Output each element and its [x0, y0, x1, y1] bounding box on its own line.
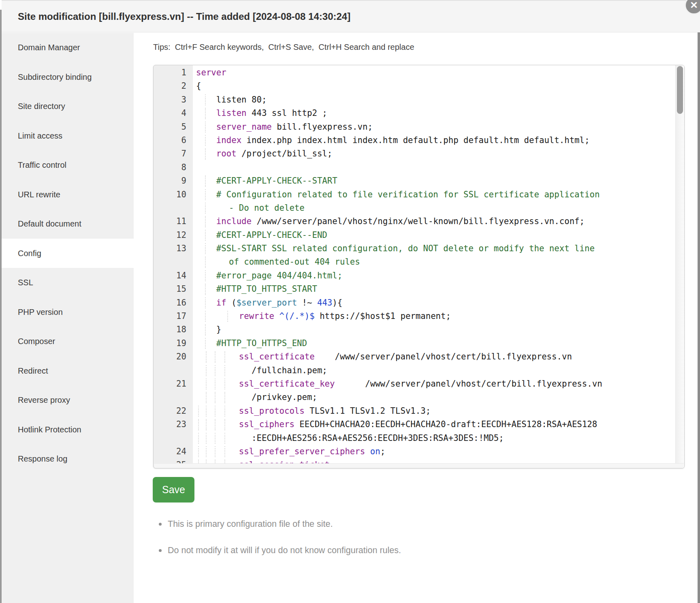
- indent-guide: [205, 297, 206, 308]
- code-line: 20ssl_certificate /www/server/panel/vhos…: [154, 350, 684, 364]
- code-line: /privkey.pem;: [154, 391, 684, 404]
- sidebar-item-php-version[interactable]: PHP version: [2, 297, 134, 327]
- indent-guide: [224, 419, 225, 430]
- code-line: 3listen 80;: [154, 93, 684, 107]
- code-line-content: {: [196, 79, 684, 93]
- line-number: 18: [154, 323, 193, 336]
- code-text: - Do not delete: [196, 201, 305, 215]
- indent-guide: [205, 311, 206, 322]
- line-number: 9: [154, 174, 193, 188]
- line-number: [154, 201, 193, 215]
- code-text: :EECDH+AES256:RSA+AES256:EECDH+3DES:RSA+…: [196, 432, 504, 445]
- indent-guide: [198, 433, 199, 444]
- sidebar-item-ssl[interactable]: SSL: [2, 268, 134, 297]
- sidebar-item-subdirectory-binding[interactable]: Subdirectory binding: [2, 62, 134, 92]
- sidebar-item-response-log[interactable]: Response log: [2, 444, 134, 474]
- code-text: #HTTP_TO_HTTPS_START: [196, 282, 317, 296]
- indent-guide: [205, 203, 206, 214]
- code-text: server_name bill.flyexpress.vn;: [196, 120, 373, 134]
- line-number: 1: [154, 66, 193, 79]
- code-text: listen 80;: [196, 93, 267, 107]
- code-text: #CERT-APPLY-CHECK--START: [196, 174, 337, 188]
- code-line: 1server: [154, 66, 684, 79]
- indent-guide: [205, 230, 206, 241]
- code-line-content: ssl_certificate /www/server/panel/vhost/…: [196, 350, 684, 364]
- sidebar-item-default-document[interactable]: Default document: [2, 209, 134, 239]
- code-line: 14#error_page 404/404.html;: [154, 269, 684, 282]
- indent-guide: [206, 419, 207, 430]
- line-number: [154, 432, 193, 445]
- note-item: This is primary configuration file of th…: [153, 519, 401, 529]
- save-button[interactable]: Save: [153, 477, 194, 502]
- notes-list: This is primary configuration file of th…: [153, 519, 401, 572]
- sidebar-item-url-rewrite[interactable]: URL rewrite: [2, 180, 134, 210]
- code-line: 21ssl_certificate_key /www/server/panel/…: [154, 377, 684, 391]
- code-line: of commented-out 404 rules: [154, 255, 684, 269]
- tips-text: Tips: Ctrl+F Search keywords, Ctrl+S Sav…: [153, 43, 414, 52]
- code-text: #CERT-APPLY-CHECK--END: [196, 229, 327, 242]
- sidebar-item-hotlink-protection[interactable]: Hotlink Protection: [2, 415, 134, 445]
- code-line: 17rewrite ^(/.*)$ https://$host$1 perman…: [154, 310, 684, 323]
- code-text: /fullchain.pem;: [196, 364, 327, 377]
- line-number: 24: [154, 445, 193, 458]
- sidebar-item-reverse-proxy[interactable]: Reverse proxy: [2, 385, 134, 415]
- code-line: 15#HTTP_TO_HTTPS_START: [154, 282, 684, 296]
- sidebar-item-config[interactable]: Config: [2, 239, 134, 268]
- code-line-content: # Configuration related to file verifica…: [196, 188, 684, 201]
- line-number: 6: [154, 134, 193, 147]
- indent-guide: [205, 135, 206, 146]
- sidebar-item-traffic-control[interactable]: Traffic control: [2, 150, 134, 180]
- code-text: ssl_certificate_key /www/server/panel/vh…: [196, 377, 602, 391]
- code-text: #SSL-START SSL related configuration, do…: [196, 242, 595, 255]
- code-text: if ($server_port !~ 443){: [196, 296, 342, 310]
- code-line: /fullchain.pem;: [154, 364, 684, 377]
- indent-guide: [206, 351, 207, 362]
- sidebar-item-composer[interactable]: Composer: [2, 327, 134, 356]
- line-number: 15: [154, 282, 193, 296]
- sidebar-item-site-directory[interactable]: Site directory: [2, 92, 134, 121]
- code-text: index index.php index.html index.htm def…: [196, 134, 589, 147]
- background-page-edge-right: [698, 15, 700, 603]
- code-text: }: [196, 323, 221, 336]
- code-line-content: [196, 161, 684, 174]
- indent-guide: [205, 324, 206, 335]
- indent-guide: [206, 406, 207, 417]
- indent-guide: [206, 378, 207, 389]
- code-line-content: #HTTP_TO_HTTPS_START: [196, 282, 684, 296]
- code-line: 22ssl_protocols TLSv1.1 TLSv1.2 TLSv1.3;: [154, 404, 684, 418]
- indent-guide: [215, 446, 216, 457]
- config-code-editor[interactable]: 1server2{3listen 80;4listen 443 ssl http…: [153, 65, 685, 468]
- code-line: 4listen 443 ssl http2 ;: [154, 107, 684, 120]
- line-number: 11: [154, 215, 193, 228]
- sidebar-item-redirect[interactable]: Redirect: [2, 356, 134, 386]
- code-line-content: ssl_ciphers EECDH+CHACHA20:EECDH+CHACHA2…: [196, 418, 684, 431]
- line-number: 21: [154, 377, 193, 391]
- line-number: [154, 391, 193, 404]
- indent-guide: [198, 406, 199, 417]
- editor-horizontal-scrollbar[interactable]: [154, 463, 684, 468]
- indent-guide: [224, 365, 225, 376]
- code-line-content: if ($server_port !~ 443){: [196, 296, 684, 310]
- indent-guide: [215, 419, 216, 430]
- indent-guide: [205, 175, 206, 186]
- code-line-content: #CERT-APPLY-CHECK--END: [196, 229, 684, 242]
- code-text: root /project/bill_ssl;: [196, 147, 332, 160]
- indent-guide: [205, 108, 206, 119]
- code-line-content: ssl_prefer_server_ciphers on;: [196, 445, 684, 458]
- sidebar-item-limit-access[interactable]: Limit access: [2, 121, 134, 151]
- code-line-content: /fullchain.pem;: [196, 364, 684, 377]
- indent-guide: [227, 311, 228, 322]
- indent-guide: [205, 270, 206, 281]
- code-line-content: #CERT-APPLY-CHECK--START: [196, 174, 684, 188]
- code-line: 9#CERT-APPLY-CHECK--START: [154, 174, 684, 188]
- indent-guide: [205, 338, 206, 349]
- code-line-content: server: [196, 66, 684, 79]
- line-number: 5: [154, 120, 193, 134]
- code-line-content: listen 80;: [196, 93, 684, 107]
- indent-guide: [215, 406, 216, 417]
- code-line: 10# Configuration related to file verifi…: [154, 188, 684, 201]
- editor-scrollbar-thumb[interactable]: [677, 66, 683, 114]
- sidebar-item-domain-manager[interactable]: Domain Manager: [2, 33, 134, 62]
- indent-guide: [224, 433, 225, 444]
- code-line-content: #HTTP_TO_HTTPS_END: [196, 337, 684, 350]
